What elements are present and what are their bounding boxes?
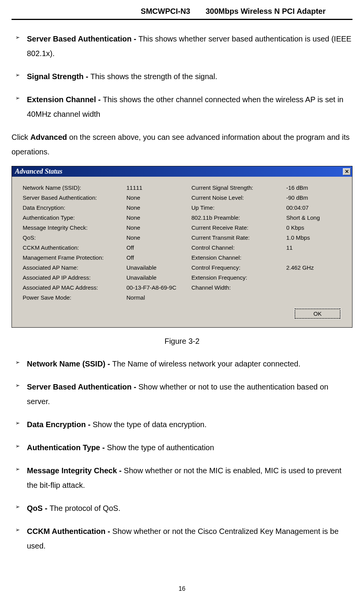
term: Data Encryption - (27, 420, 93, 429)
field-label: Associated AP IP Address: (23, 274, 115, 281)
field-label: Server Based Authentication: (23, 194, 115, 201)
field-label: Network Name (SSID): (23, 184, 115, 191)
field-value: 11111 (126, 184, 187, 191)
field-value: Off (126, 254, 187, 261)
field-label: Message Integrity Check: (23, 224, 115, 231)
field-value: -16 dBm (286, 184, 341, 191)
field-value: 1.0 Mbps (286, 234, 341, 241)
advanced-status-dialog: Advanced Status ✕ Network Name (SSID):11… (12, 166, 352, 328)
field-value (286, 284, 341, 291)
field-value: 2.462 GHz (286, 264, 341, 271)
field-value: None (126, 224, 187, 231)
list-item: Signal Strength - This shows the strengt… (12, 69, 352, 84)
field-label: Current Transmit Rate: (192, 234, 275, 241)
term: Signal Strength - (27, 72, 91, 81)
para-prefix: Click (12, 133, 30, 141)
term: Server Based Authentication - (27, 383, 138, 391)
field-value: Normal (126, 294, 187, 301)
list-item: Server Based Authentication - Show wheth… (12, 380, 352, 409)
field-value: 00-13-F7-A8-69-9C (126, 284, 187, 291)
field-label: CCKM Authentication: (23, 244, 115, 251)
desc: The Name of wireless network your adapte… (112, 360, 300, 368)
desc: The protocol of QoS. (50, 504, 121, 512)
field-value: Off (126, 244, 187, 251)
list-item: CCKM Authentication - Show whether or no… (12, 524, 352, 553)
desc: This shows the strength of the signal. (91, 72, 217, 81)
list-item: Network Name (SSID) - The Name of wirele… (12, 356, 352, 371)
page-header: SMCWPCI-N3 300Mbps Wireless N PCI Adapte… (12, 0, 352, 20)
field-value: Short & Long (286, 214, 341, 221)
term: Message Integrity Check - (27, 466, 124, 475)
field-value: Unavailable (126, 274, 187, 281)
field-label: Up Time: (192, 204, 275, 211)
field-value (286, 274, 341, 281)
field-label: Power Save Mode: (23, 294, 115, 301)
field-label: 802.11b Preamble: (192, 214, 275, 221)
field-value: None (126, 234, 187, 241)
term: Authentication Type - (27, 443, 107, 452)
term: QoS - (27, 504, 50, 512)
dialog-titlebar: Advanced Status ✕ (12, 166, 352, 177)
field-value (286, 254, 341, 261)
figure-caption: Figure 3-2 (12, 337, 352, 346)
field-label: Current Receive Rate: (192, 224, 275, 231)
right-column: Current Signal Strength:-16 dBm Current … (192, 184, 341, 301)
term: Network Name (SSID) - (27, 360, 112, 368)
dialog-body: Network Name (SSID):11111 Server Based A… (12, 177, 352, 305)
ok-button[interactable]: OK (295, 308, 341, 319)
field-value: None (126, 204, 187, 211)
list-item: Authentication Type - Show the type of a… (12, 440, 352, 455)
field-value: None (126, 214, 187, 221)
list-item: Extension Channel - This shows the other… (12, 92, 352, 121)
page-number: 16 (0, 585, 364, 592)
term: Extension Channel - (27, 95, 103, 104)
list-item: Server Based Authentication - This shows… (12, 31, 352, 61)
bottom-bullet-list: Network Name (SSID) - The Name of wirele… (12, 356, 352, 553)
field-label: Associated AP Name: (23, 264, 115, 271)
field-label: Extension Frequency: (192, 274, 275, 281)
field-label: Management Frame Protection: (23, 254, 115, 261)
field-value: Unavailable (126, 264, 187, 271)
desc: Show the type of data encryption. (93, 420, 207, 429)
field-label: Associated AP MAC Address: (23, 284, 115, 291)
list-item: Message Integrity Check - Show whether o… (12, 463, 352, 492)
field-value: 0 Kbps (286, 224, 341, 231)
field-label: Authentication Type: (23, 214, 115, 221)
field-value: -90 dBm (286, 194, 341, 201)
field-value: 00:04:07 (286, 204, 341, 211)
dialog-title: Advanced Status (15, 167, 63, 176)
term: Server Based Authentication - (27, 35, 138, 43)
field-value: None (126, 194, 187, 201)
field-label: Channel Width: (192, 284, 275, 291)
list-item: QoS - The protocol of QoS. (12, 501, 352, 515)
term: CCKM Authentication - (27, 527, 113, 535)
field-label: Data Encryption: (23, 204, 115, 211)
field-label: Extension Channel: (192, 254, 275, 261)
click-advanced-paragraph: Click Advanced on the screen above, you … (12, 130, 352, 159)
field-label: QoS: (23, 234, 115, 241)
header-model: SMCWPCI-N3 (141, 7, 190, 16)
field-label: Control Channel: (192, 244, 275, 251)
list-item: Data Encryption - Show the type of data … (12, 417, 352, 432)
field-label: Current Noise Level: (192, 194, 275, 201)
header-product: 300Mbps Wireless N PCI Adapter (205, 7, 326, 16)
field-label: Current Signal Strength: (192, 184, 275, 191)
desc: Show the type of authentication (107, 443, 214, 452)
left-column: Network Name (SSID):11111 Server Based A… (23, 184, 188, 301)
close-icon[interactable]: ✕ (343, 168, 351, 175)
field-label: Control Frequency: (192, 264, 275, 271)
dialog-footer: OK (12, 305, 352, 327)
para-bold: Advanced (30, 133, 67, 141)
top-bullet-list: Server Based Authentication - This shows… (12, 31, 352, 121)
field-value: 11 (286, 244, 341, 251)
